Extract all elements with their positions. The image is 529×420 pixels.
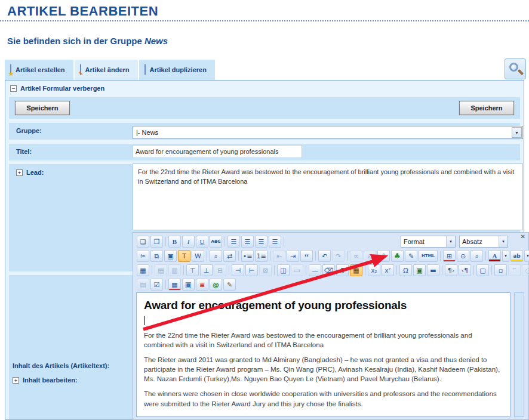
collapse-label: Artikel Formular verbergen <box>20 85 104 92</box>
align-justify-button[interactable]: ☰ <box>269 236 281 248</box>
underline-button[interactable]: U <box>196 236 208 248</box>
edit-html-source-button[interactable]: HTML <box>419 250 438 262</box>
group-breadcrumb: Sie befinden sich in der GruppeNews <box>7 36 168 46</box>
print-button[interactable]: ❐ <box>150 236 163 248</box>
inhalt-expand-icon[interactable]: + <box>13 377 19 384</box>
highlight-color-dropdown-button[interactable]: ▾ <box>524 250 529 262</box>
toggle-guidelines-button[interactable]: ▦ <box>350 264 362 276</box>
insert-row-before-button[interactable]: ⊤ <box>186 264 199 276</box>
align-right-button[interactable]: ☰ <box>255 236 267 248</box>
delete-row-button[interactable]: ⊟ <box>214 264 226 276</box>
merge-cells-button[interactable]: ▭ <box>291 264 303 276</box>
save-button-right[interactable]: Speichern <box>459 101 514 115</box>
lead-textarea[interactable]: For the 22nd time the Rieter Award was b… <box>133 163 523 230</box>
insert-media-button[interactable]: ▣ <box>413 264 426 276</box>
special-character-button[interactable]: Ω <box>399 264 412 276</box>
find-replace-button[interactable]: ⇄ <box>223 250 236 262</box>
paste-from-word-button[interactable]: W <box>192 250 204 262</box>
right-to-left-button[interactable]: ‹¶ <box>459 264 471 276</box>
split-cells-button[interactable]: ◫ <box>277 264 290 276</box>
new-document-button[interactable]: ❏ <box>137 236 149 248</box>
insert-image-button[interactable]: ♣ <box>391 250 404 262</box>
insert-checklist-button[interactable]: ☑ <box>150 279 163 291</box>
format-select[interactable]: Format ▾ <box>401 236 456 248</box>
unordered-list-button[interactable]: •≡ <box>241 250 254 262</box>
ordered-list-button[interactable]: 1≡ <box>255 250 267 262</box>
insert-column-after-button[interactable]: ⊢ <box>245 264 258 276</box>
insert-date-button[interactable]: ⊞ <box>443 250 456 262</box>
highlight-color-button[interactable]: ab <box>510 250 523 262</box>
abbreviation-button[interactable]: ◌ <box>522 264 529 276</box>
insert-link-button[interactable]: ∞ <box>350 250 362 262</box>
superscript-button[interactable]: x² <box>382 264 394 276</box>
remove-formatting-button[interactable]: ⌫ <box>322 264 335 276</box>
citation-button[interactable]: ” <box>508 264 521 276</box>
toolbar-row-3: ▦▤▥⊤⊥⊟⊣⊢⊠◫▭—⌫¶▦x₂x²Ω▣▬¶›‹¶▢▫”◌＋ <box>136 263 529 277</box>
save-button-left[interactable]: Speichern <box>15 101 70 115</box>
style-properties-button[interactable]: ▫ <box>494 264 507 276</box>
preview-button[interactable]: ⌕ <box>470 250 483 262</box>
article-heading: Award for encouragement of young profess… <box>144 299 503 312</box>
show-invisible-characters-button[interactable]: ¶ <box>336 264 349 276</box>
align-left-button[interactable]: ☰ <box>227 236 240 248</box>
insert-column-before-button[interactable]: ⊣ <box>232 264 244 276</box>
find-button[interactable]: ⌕ <box>210 250 222 262</box>
table-row-properties-button[interactable]: ▤ <box>155 264 167 276</box>
insert-email-link-button[interactable]: @ <box>210 279 222 291</box>
titel-input[interactable]: Award for encouragement of young profess… <box>133 145 302 158</box>
blockquote-button[interactable]: “ <box>300 250 313 262</box>
outdent-button[interactable]: ⇤ <box>273 250 285 262</box>
text-color-button[interactable]: A <box>488 250 501 262</box>
insert-time-button[interactable]: ⊙ <box>457 250 469 262</box>
insert-news-list-button[interactable]: ≣ <box>196 279 208 291</box>
search-button[interactable] <box>505 58 526 79</box>
edit-box-button[interactable]: ✎ <box>223 279 236 291</box>
left-to-right-button[interactable]: ¶› <box>445 264 457 276</box>
table-cell-properties-button[interactable]: ▥ <box>168 264 181 276</box>
insert-embed-button[interactable]: ▬ <box>427 264 439 276</box>
insert-row-after-button[interactable]: ⊥ <box>200 264 213 276</box>
editor-scrollbar[interactable] <box>514 292 524 417</box>
chevron-down-icon[interactable]: ▾ <box>512 127 522 138</box>
subscript-button[interactable]: x₂ <box>368 264 380 276</box>
cut-button[interactable]: ✂ <box>137 250 149 262</box>
redo-button[interactable]: ↷ <box>332 250 345 262</box>
tab-artikel-erstellen[interactable]: ★ Artikel erstellen <box>5 60 73 80</box>
form-collapse-header[interactable]: − Artikel Formular verbergen <box>5 81 524 96</box>
article-paragraph: The Rieter award 2011 was granted to Md … <box>144 355 503 384</box>
italic-button[interactable]: I <box>182 236 195 248</box>
close-icon[interactable]: ✕ <box>521 234 525 240</box>
template-list-button[interactable]: ▤ <box>137 279 149 291</box>
insert-calendar-button[interactable]: ▦ <box>168 279 181 291</box>
gruppe-select[interactable]: |- News ▾ <box>133 126 523 139</box>
bold-button[interactable]: B <box>168 236 181 248</box>
toolbar-row-4: ▤☑▦▣≣@✎ <box>136 277 236 292</box>
cleanup-code-button[interactable]: ✎ <box>405 250 417 262</box>
indent-button[interactable]: ⇥ <box>287 250 299 262</box>
insert-table-button[interactable]: ▦ <box>137 264 149 276</box>
tab-artikel-duplizieren[interactable]: Artikel duplizieren <box>139 60 215 80</box>
toolbar-row-1: ❏❐BIUABC☰☰☰☰ <box>136 234 286 249</box>
unlink-button[interactable]: ⊘ <box>364 250 376 262</box>
collapse-minus-icon[interactable]: − <box>10 85 17 92</box>
anchor-button[interactable]: ⚓ <box>377 250 390 262</box>
copy-button[interactable]: ⧉ <box>150 250 163 262</box>
align-center-button[interactable]: ☰ <box>241 236 254 248</box>
insert-gallery-image-button[interactable]: ▣ <box>182 279 195 291</box>
toolbar-separator <box>484 251 488 261</box>
lead-expand-icon[interactable]: + <box>16 169 23 176</box>
paste-button[interactable]: ▣ <box>164 250 177 262</box>
tab-artikel-aendern[interactable]: ✎ Artikel ändern <box>75 60 138 80</box>
absatz-select[interactable]: Absatz ▾ <box>459 236 508 248</box>
chevron-down-icon: ▾ <box>499 236 508 247</box>
horizontal-rule-button[interactable]: — <box>309 264 321 276</box>
rieter-link[interactable]: www.rieter.com <box>144 416 190 417</box>
toolbar-separator <box>345 251 349 261</box>
paste-as-text-button[interactable]: T <box>178 250 190 262</box>
undo-button[interactable]: ↶ <box>318 250 331 262</box>
fullscreen-button[interactable]: ▢ <box>476 264 489 276</box>
delete-column-button[interactable]: ⊠ <box>259 264 272 276</box>
strikethrough-button[interactable]: ABC <box>210 236 222 248</box>
text-color-dropdown-button[interactable]: ▾ <box>502 250 509 262</box>
editor-content-area[interactable]: Award for encouragement of young profess… <box>136 292 510 417</box>
